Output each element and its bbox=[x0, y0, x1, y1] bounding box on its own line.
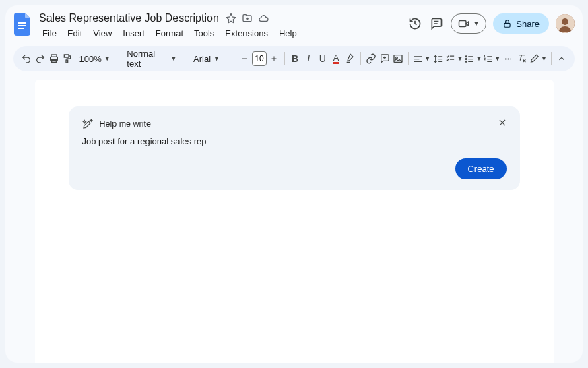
chevron-down-icon: ▼ bbox=[104, 55, 110, 62]
highlight-button[interactable] bbox=[344, 50, 356, 67]
magic-pen-icon bbox=[82, 119, 93, 129]
style-dropdown[interactable]: Normal text ▼ bbox=[123, 50, 181, 67]
chevron-down-icon: ▼ bbox=[170, 55, 176, 62]
undo-button[interactable] bbox=[20, 50, 32, 67]
svg-point-30 bbox=[466, 58, 467, 59]
underline-button[interactable]: U bbox=[317, 50, 329, 67]
insert-image-button[interactable] bbox=[392, 50, 404, 67]
chevron-down-icon: ▼ bbox=[457, 55, 463, 62]
add-comment-button[interactable] bbox=[379, 50, 391, 67]
menu-extensions[interactable]: Extensions bbox=[220, 27, 273, 40]
history-icon[interactable] bbox=[407, 16, 422, 31]
avatar[interactable] bbox=[556, 14, 575, 33]
font-value: Arial bbox=[193, 54, 211, 64]
svg-rect-6 bbox=[504, 23, 510, 27]
cloud-status-icon[interactable] bbox=[258, 13, 269, 24]
docs-logo[interactable] bbox=[13, 12, 32, 36]
bulleted-list-button[interactable]: ▼ bbox=[464, 50, 482, 67]
print-button[interactable] bbox=[48, 50, 60, 67]
menu-file[interactable]: File bbox=[38, 27, 61, 40]
move-folder-icon[interactable] bbox=[242, 13, 253, 24]
font-size-input[interactable]: 10 bbox=[252, 51, 267, 66]
redo-button[interactable] bbox=[34, 50, 46, 67]
svg-rect-2 bbox=[18, 28, 24, 29]
svg-point-29 bbox=[466, 55, 467, 57]
meet-button[interactable]: ▼ bbox=[451, 13, 486, 34]
svg-point-8 bbox=[562, 18, 568, 25]
star-icon[interactable] bbox=[226, 13, 236, 24]
menu-help[interactable]: Help bbox=[274, 27, 302, 40]
svg-point-20 bbox=[396, 57, 398, 59]
help-me-write-title: Help me write bbox=[100, 119, 151, 129]
comments-icon[interactable] bbox=[429, 16, 444, 31]
zoom-dropdown[interactable]: 100% ▼ bbox=[75, 50, 114, 67]
decrease-font-button[interactable] bbox=[238, 50, 251, 67]
menu-edit[interactable]: Edit bbox=[63, 27, 87, 40]
chevron-down-icon: ▼ bbox=[424, 55, 430, 62]
numbered-list-button[interactable]: 12 ▼ bbox=[483, 50, 500, 67]
chevron-down-icon: ▼ bbox=[214, 55, 220, 62]
chevron-down-icon: ▼ bbox=[476, 55, 482, 62]
share-label: Share bbox=[516, 19, 540, 29]
help-me-write-input[interactable] bbox=[82, 135, 507, 148]
italic-button[interactable]: I bbox=[302, 50, 315, 67]
zoom-value: 100% bbox=[79, 54, 101, 64]
link-button[interactable] bbox=[364, 50, 377, 67]
font-dropdown[interactable]: Arial ▼ bbox=[189, 50, 230, 67]
svg-point-40 bbox=[505, 58, 507, 59]
chevron-down-icon: ▼ bbox=[473, 20, 479, 27]
clear-format-button[interactable] bbox=[516, 50, 528, 67]
style-value: Normal text bbox=[127, 49, 168, 69]
svg-rect-1 bbox=[18, 25, 26, 26]
share-button[interactable]: Share bbox=[493, 13, 549, 34]
line-spacing-button[interactable] bbox=[432, 50, 444, 67]
menu-view[interactable]: View bbox=[88, 27, 117, 40]
menu-insert[interactable]: Insert bbox=[118, 27, 150, 40]
menubar: File Edit View Insert Format Tools Exten… bbox=[38, 26, 402, 40]
paint-format-button[interactable] bbox=[61, 50, 73, 67]
collapse-toolbar-button[interactable] bbox=[556, 50, 568, 67]
chevron-down-icon: ▼ bbox=[494, 55, 500, 62]
menu-tools[interactable]: Tools bbox=[189, 27, 219, 40]
toolbar: 100% ▼ Normal text ▼ Arial ▼ 10 B I U A bbox=[13, 46, 575, 71]
chevron-down-icon: ▼ bbox=[541, 55, 547, 62]
document-page[interactable]: Help me write Create bbox=[35, 80, 554, 363]
svg-text:2: 2 bbox=[484, 57, 486, 61]
checklist-button[interactable]: ▼ bbox=[445, 50, 463, 67]
svg-rect-5 bbox=[459, 21, 467, 27]
svg-point-41 bbox=[507, 58, 509, 59]
increase-font-button[interactable] bbox=[268, 50, 280, 67]
svg-point-31 bbox=[466, 61, 467, 62]
editing-mode-button[interactable]: ▼ bbox=[529, 50, 547, 67]
svg-rect-12 bbox=[66, 60, 68, 63]
help-me-write-card: Help me write Create bbox=[69, 106, 520, 190]
svg-rect-11 bbox=[52, 59, 57, 62]
svg-point-42 bbox=[510, 58, 511, 59]
bold-button[interactable]: B bbox=[289, 50, 301, 67]
more-button[interactable] bbox=[502, 50, 514, 67]
text-color-button[interactable]: A bbox=[330, 50, 342, 67]
menu-format[interactable]: Format bbox=[151, 27, 188, 40]
create-button[interactable]: Create bbox=[455, 158, 506, 179]
svg-rect-0 bbox=[18, 22, 26, 24]
align-button[interactable]: ▼ bbox=[413, 50, 430, 67]
close-icon[interactable] bbox=[496, 116, 509, 129]
doc-title[interactable]: Sales Representative Job Description bbox=[38, 12, 220, 24]
